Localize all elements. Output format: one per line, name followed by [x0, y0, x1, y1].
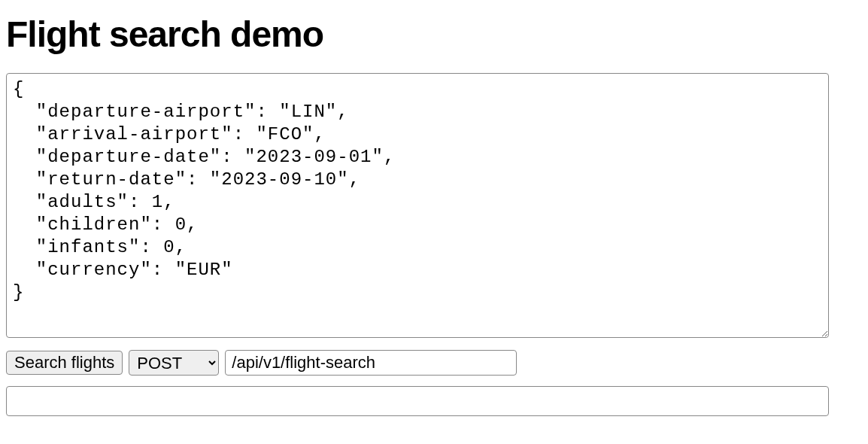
http-method-select[interactable]: GETPOSTPUTDELETE — [129, 350, 219, 376]
results-output — [6, 386, 829, 416]
endpoint-input[interactable] — [225, 350, 517, 376]
request-body-textarea[interactable] — [6, 73, 829, 338]
search-flights-button[interactable]: Search flights — [6, 351, 123, 375]
page-title: Flight search demo — [6, 14, 862, 55]
controls-row: Search flights GETPOSTPUTDELETE — [6, 350, 862, 376]
